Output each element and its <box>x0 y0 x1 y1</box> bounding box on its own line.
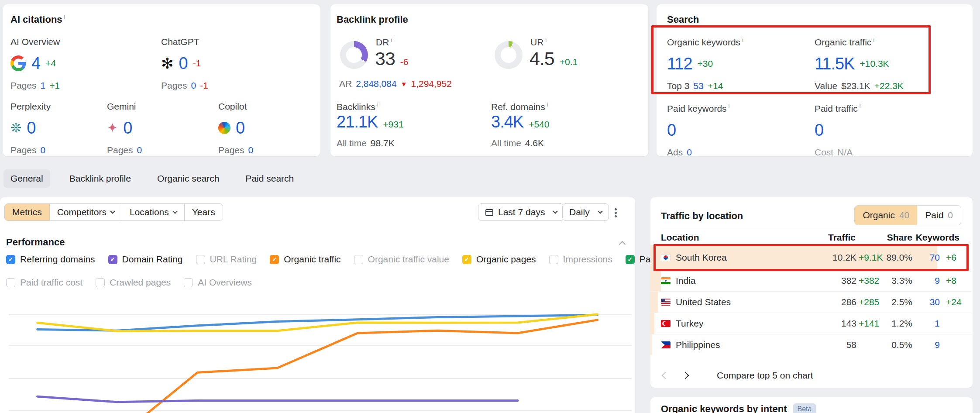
ar-value[interactable]: 2,848,084 <box>356 79 396 89</box>
citation-count[interactable]: 0 <box>236 119 244 138</box>
metric-toggle-url-rating[interactable]: URL Rating <box>196 254 257 265</box>
search-metric-value[interactable]: 0 <box>815 121 823 140</box>
collapse-chevron-icon[interactable] <box>619 241 626 248</box>
share-bar <box>650 270 661 291</box>
unchecked-checkbox-icon[interactable] <box>196 255 205 264</box>
location-name[interactable]: India <box>676 275 696 286</box>
series-line-domain-rating[interactable] <box>38 396 518 402</box>
next-page-icon[interactable] <box>682 372 689 379</box>
backlinks-value[interactable]: 21.1K <box>337 113 378 131</box>
search-metric-delta: +30 <box>698 59 713 69</box>
value-part: $23.1K <box>841 81 870 91</box>
tab-organic-search[interactable]: Organic search <box>150 169 226 188</box>
metric-toggle-organic-pages[interactable]: ✓Organic pages <box>462 254 536 265</box>
ahrefs-rank-row: AR 2,848,084 ▼ 1,294,952 <box>339 79 452 89</box>
location-name[interactable]: South Korea <box>676 252 727 263</box>
metric-label: Organic traffic <box>284 254 340 265</box>
prev-page-icon[interactable] <box>662 372 669 379</box>
info-icon[interactable]: i <box>860 103 861 110</box>
metric-toggle-organic-traffic[interactable]: ✓Organic traffic <box>270 254 340 265</box>
info-icon[interactable]: i <box>64 14 65 21</box>
tab-paid-search[interactable]: Paid search <box>238 169 301 188</box>
location-row-south-korea[interactable]: South Korea10.2K+9.1K89.0%70+6 <box>650 245 973 270</box>
search-metric-value[interactable]: 0 <box>667 121 676 140</box>
location-row-turkey[interactable]: Turkey143+1411.2%1 <box>650 313 973 334</box>
search-metric-value[interactable]: 112 <box>667 55 692 73</box>
ref-domains-value[interactable]: 3.4K <box>491 113 523 131</box>
citation-count[interactable]: 4 <box>31 54 40 73</box>
search-metric-value[interactable]: 11.5K <box>815 55 854 73</box>
checked-checkbox-icon[interactable]: ✓ <box>462 255 471 264</box>
info-icon[interactable]: i <box>873 37 874 43</box>
ar-delta: 1,294,952 <box>411 79 451 89</box>
paid-toggle[interactable]: Paid 0 <box>917 206 961 225</box>
unchecked-checkbox-icon[interactable] <box>549 255 558 264</box>
calendar-icon <box>485 208 494 217</box>
info-icon[interactable]: i <box>729 103 730 110</box>
compare-top5-link[interactable]: Compare top 5 on chart <box>717 370 813 381</box>
search-metric-label: Organic keywordsi <box>667 37 743 48</box>
unchecked-checkbox-icon[interactable] <box>6 278 15 287</box>
ai-source-label: AI Overview <box>10 37 60 47</box>
citation-count[interactable]: 0 <box>27 119 35 138</box>
checked-checkbox-icon[interactable]: ✓ <box>6 255 15 264</box>
checked-checkbox-icon[interactable]: ✓ <box>270 255 279 264</box>
keywords-value[interactable]: 30 <box>930 297 940 307</box>
citation-delta: -1 <box>193 58 201 69</box>
segment-metrics[interactable]: Metrics <box>5 204 49 220</box>
metric-toggle-domain-rating[interactable]: ✓Domain Rating <box>108 254 183 265</box>
info-icon[interactable]: i <box>547 101 548 108</box>
checked-checkbox-icon[interactable]: ✓ <box>626 255 635 264</box>
metric-toggle-ai-overviews[interactable]: AI Overviews <box>184 277 252 288</box>
keywords-value[interactable]: 9 <box>935 340 940 350</box>
granularity-button[interactable]: Daily <box>562 203 609 221</box>
tab-backlink-profile[interactable]: Backlink profile <box>62 169 138 188</box>
location-name[interactable]: Philippines <box>676 340 720 350</box>
metric-toggle-crawled-pages[interactable]: Crawled pages <box>96 277 171 288</box>
organic-toggle[interactable]: Organic 40 <box>855 206 917 225</box>
info-icon[interactable]: i <box>391 37 392 43</box>
keywords-value[interactable]: 70 <box>930 252 940 263</box>
search-value-row: 0 <box>815 120 861 140</box>
series-line-organic-traffic[interactable] <box>38 320 598 413</box>
metric-toggle-paid-traffic-cost[interactable]: Paid traffic cost <box>6 277 83 288</box>
keywords-value[interactable]: 1 <box>935 318 940 329</box>
segment-years[interactable]: Years <box>184 204 223 220</box>
unchecked-checkbox-icon[interactable] <box>96 278 105 287</box>
search-metric-label: Paid keywordsi <box>667 103 729 114</box>
tab-general[interactable]: General <box>3 169 50 188</box>
value-part: 53 <box>693 81 703 91</box>
value-part: Value <box>815 81 837 91</box>
backlink-profile-card: Backlink profile DRi 33 -6 AR 2,848,084 … <box>330 4 648 156</box>
segment-competitors[interactable]: Competitors <box>49 204 122 220</box>
metric-toggle-organic-traffic-value[interactable]: Organic traffic value <box>354 254 449 265</box>
info-icon[interactable]: i <box>545 37 547 43</box>
more-options-icon[interactable] <box>615 207 617 219</box>
ar-label: AR <box>339 79 352 89</box>
citation-count[interactable]: 0 <box>179 54 188 73</box>
value-part: Pages <box>218 145 244 155</box>
pages-row: Pages0 <box>107 145 142 155</box>
segment-locations[interactable]: Locations <box>122 204 184 220</box>
search-tile-paid-keywords: Paid keywordsi0Ads0 <box>667 103 729 158</box>
traffic-value: 143 <box>841 318 856 329</box>
location-name[interactable]: Turkey <box>676 318 703 329</box>
location-row-united-states[interactable]: United States286+2852.5%30+24 <box>650 291 973 313</box>
metric-toggle-impressions[interactable]: Impressions <box>549 254 612 265</box>
unchecked-checkbox-icon[interactable] <box>184 278 193 287</box>
keywords-value[interactable]: 9 <box>935 275 940 286</box>
location-name[interactable]: United States <box>676 297 731 307</box>
info-icon[interactable]: i <box>742 37 743 43</box>
performance-line-chart[interactable] <box>9 288 632 413</box>
google-g-icon <box>10 55 26 71</box>
date-range-button[interactable]: Last 7 days <box>478 203 564 221</box>
info-icon[interactable]: i <box>377 101 378 108</box>
checked-checkbox-icon[interactable]: ✓ <box>108 255 117 264</box>
citation-count[interactable]: 0 <box>123 119 132 138</box>
location-row-philippines[interactable]: Philippines580.5%9 <box>650 334 973 355</box>
metric-toggle-referring-domains[interactable]: ✓Referring domains <box>6 254 95 265</box>
location-row-india[interactable]: India382+3823.3%9+8 <box>650 270 973 291</box>
unchecked-checkbox-icon[interactable] <box>354 255 363 264</box>
ai-value-row: ❊0 <box>10 118 51 138</box>
column-header-keywords: Keywords <box>916 232 959 243</box>
